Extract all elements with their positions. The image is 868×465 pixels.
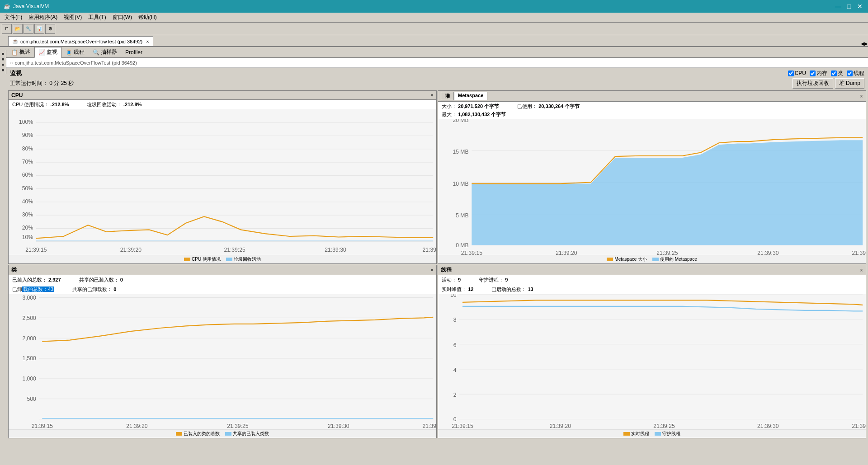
- sidebar-icon-4[interactable]: ■: [1, 68, 5, 72]
- sub-tab-overview[interactable]: 📋 概述: [7, 47, 34, 58]
- class-shared-unloaded: 共享的已卸载数： 0: [72, 286, 116, 293]
- checkbox-class[interactable]: [831, 70, 837, 76]
- title-bar: ☕ Java VisualVM — □ ✕: [0, 0, 868, 13]
- sub-tab-profiler[interactable]: Profiler: [121, 47, 146, 58]
- tab-scroll-left[interactable]: ◀: [861, 41, 864, 46]
- legend-live-thread: 实时线程: [623, 431, 649, 437]
- sub-tab-sampler[interactable]: 🔍 抽样器: [89, 47, 121, 58]
- legend-class-shared: 共享的已装入类数: [225, 431, 269, 437]
- maximize-button[interactable]: □: [844, 2, 854, 11]
- heap-dump-button[interactable]: 堆 Dump: [835, 78, 864, 89]
- menu-window[interactable]: 窗口(W): [110, 13, 135, 22]
- svg-text:4: 4: [453, 366, 457, 373]
- legend-class-shared-color: [225, 432, 231, 436]
- svg-rect-62: [459, 294, 863, 419]
- svg-text:40%: 40%: [22, 198, 33, 205]
- heap-stats: 大小： 20,971,520 个字节 已使用： 20,330,264 个字节: [438, 102, 866, 111]
- legend-cpu: CPU 使用情况: [184, 256, 221, 263]
- tab-bar: ☕ com.jihu.test.com.MetaSpaceOverFlowTes…: [0, 35, 868, 47]
- sidebar: ■ ■ ■ ■: [0, 50, 6, 74]
- svg-text:21:39:25: 21:39:25: [227, 422, 248, 429]
- menu-file[interactable]: 文件(F): [2, 13, 25, 22]
- class-legend: 已装入的类的总数 共享的已装入类数: [9, 429, 436, 438]
- heap-tab-heap[interactable]: 堆: [441, 92, 454, 100]
- toolbar-btn-4[interactable]: 📊: [34, 24, 44, 34]
- svg-text:21:39:35: 21:39:35: [423, 246, 436, 253]
- svg-text:10 MB: 10 MB: [453, 180, 468, 187]
- monitor-icon: 📈: [38, 49, 45, 56]
- checkbox-thread-label[interactable]: 线程: [847, 70, 864, 77]
- cpu-close-btn[interactable]: ×: [430, 92, 434, 99]
- sub-tab-threads[interactable]: 🧵 线程: [61, 47, 89, 58]
- svg-text:21:39:25: 21:39:25: [656, 250, 678, 255]
- process-tab-label: com.jihu.test.com.MetaSpaceOverFlowTest …: [20, 39, 142, 44]
- sub-tab-monitor[interactable]: 📈 监视: [34, 47, 61, 58]
- gc-button[interactable]: 执行垃圾回收: [793, 78, 833, 89]
- cpu-panel-header: CPU ×: [9, 91, 436, 100]
- heap-close-btn[interactable]: ×: [860, 93, 863, 99]
- overview-icon: 📋: [11, 49, 18, 56]
- checkbox-class-label[interactable]: 类: [831, 70, 843, 77]
- class-shared-loaded: 共享的已装入数： 0: [79, 277, 123, 283]
- toolbar-btn-5[interactable]: ⚙: [45, 24, 55, 34]
- checkbox-cpu-label[interactable]: CPU: [788, 70, 806, 76]
- legend-gc-label: 垃圾回收活动: [234, 256, 261, 263]
- menu-tools[interactable]: 工具(T): [85, 13, 108, 22]
- charts-grid: CPU × CPU 使用情况： -212.8% 垃圾回收活动： -212.8%: [6, 89, 868, 439]
- toolbar-btn-3[interactable]: 🔧: [24, 24, 33, 34]
- svg-text:21:39:15: 21:39:15: [461, 250, 482, 255]
- tab-scroll-right[interactable]: ▶: [864, 41, 868, 46]
- thread-panel: 线程 × 活动： 9 守护进程： 9 实时峰值： 12 已启动: [438, 265, 866, 438]
- svg-text:21:39:20: 21:39:20: [120, 246, 142, 253]
- class-stats-2: 已卸载的总数：43 共享的已卸载数： 0: [9, 285, 436, 294]
- heap-panel: 堆 Metaspace × 大小： 20,971,520 个字节 已使用： 20…: [438, 90, 866, 264]
- process-tab[interactable]: ☕ com.jihu.test.com.MetaSpaceOverFlowTes…: [8, 36, 153, 46]
- cpu-chart-svg: 100% 90% 80% 70% 60% 50% 40% 30% 20% 10%…: [9, 109, 436, 255]
- class-title: 类: [11, 266, 17, 274]
- svg-text:2,500: 2,500: [22, 314, 36, 321]
- svg-text:50%: 50%: [22, 185, 33, 192]
- svg-text:21:39:20: 21:39:20: [556, 250, 577, 255]
- legend-cpu-label: CPU 使用情况: [192, 256, 221, 263]
- sidebar-icon-3[interactable]: ■: [1, 62, 5, 67]
- sidebar-icon-2[interactable]: ■: [1, 57, 5, 61]
- thread-started: 已启动的总数： 13: [491, 286, 533, 293]
- svg-text:5 MB: 5 MB: [456, 212, 468, 219]
- toolbar-btn-2[interactable]: 📂: [13, 24, 23, 34]
- legend-metaspace-size: Metaspace 大小: [607, 256, 647, 263]
- action-buttons: 执行垃圾回收 堆 Dump: [793, 78, 864, 89]
- sidebar-icon-1[interactable]: ■: [1, 52, 5, 56]
- svg-text:2: 2: [453, 391, 457, 399]
- toolbar-btn-1[interactable]: 🗋: [2, 24, 12, 34]
- menu-view[interactable]: 视图(V): [61, 13, 85, 22]
- legend-size-label: Metaspace 大小: [614, 256, 647, 263]
- menu-help[interactable]: 帮助(H): [136, 13, 160, 22]
- process-tab-close[interactable]: ×: [146, 39, 149, 44]
- checkbox-memory-label[interactable]: 内存: [810, 70, 827, 77]
- thread-active: 活动： 9: [442, 277, 461, 283]
- thread-stats: 活动： 9 守护进程： 9: [438, 275, 866, 285]
- class-close-btn[interactable]: ×: [430, 267, 434, 273]
- thread-close-btn[interactable]: ×: [860, 267, 863, 273]
- minimize-button[interactable]: —: [834, 2, 843, 11]
- legend-gc-color: [226, 258, 232, 261]
- heap-tab-metaspace[interactable]: Metaspace: [454, 92, 487, 100]
- thread-chart-body: 10 8 6 4 2 0 21:39:15 21:39:20 21:39:25 …: [438, 294, 866, 429]
- svg-text:60%: 60%: [22, 172, 33, 178]
- heap-used: 已使用： 20,330,264 个字节: [517, 103, 580, 110]
- thread-panel-header: 线程 ×: [438, 265, 866, 275]
- checkbox-thread[interactable]: [847, 70, 853, 76]
- svg-text:21:39:30: 21:39:30: [325, 246, 346, 253]
- menu-bar: 文件(F) 应用程序(A) 视图(V) 工具(T) 窗口(W) 帮助(H): [0, 13, 868, 23]
- legend-used-color: [652, 258, 659, 261]
- cpu-chart-body: 100% 90% 80% 70% 60% 50% 40% 30% 20% 10%…: [9, 109, 436, 255]
- checkbox-cpu[interactable]: [788, 70, 794, 76]
- legend-size-color: [607, 258, 613, 261]
- close-button[interactable]: ✕: [855, 2, 864, 11]
- svg-text:21:39:25: 21:39:25: [653, 422, 675, 429]
- app-title: Java VisualVM: [13, 3, 49, 9]
- svg-text:21:39:30: 21:39:30: [757, 250, 778, 255]
- legend-used-label: 使用的 Metaspace: [660, 256, 697, 263]
- checkbox-memory[interactable]: [810, 70, 816, 76]
- menu-app[interactable]: 应用程序(A): [26, 13, 60, 22]
